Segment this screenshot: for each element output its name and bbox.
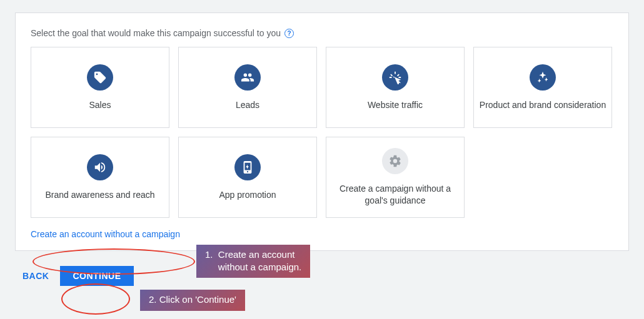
goal-brand-consideration[interactable]: Product and brand consideration xyxy=(473,47,612,128)
tag-icon xyxy=(87,64,113,91)
goal-grid: Sales Leads Website traffic xyxy=(31,47,613,218)
goal-label: Sales xyxy=(89,99,111,111)
people-icon xyxy=(234,64,261,91)
goal-website-traffic[interactable]: Website traffic xyxy=(326,47,465,128)
gear-icon xyxy=(382,148,408,174)
annotation-label-2: 2. Click on 'Continue' xyxy=(140,290,245,311)
goal-no-guidance[interactable]: Create a campaign without a goal's guida… xyxy=(326,137,465,218)
continue-button[interactable]: CONTINUE xyxy=(60,266,133,286)
goal-brand-awareness[interactable]: Brand awareness and reach xyxy=(31,137,169,218)
sparkle-icon xyxy=(530,64,556,91)
goal-label: Product and brand consideration xyxy=(480,99,606,111)
goal-label: Website traffic xyxy=(368,99,423,111)
heading-text: Select the goal that would make this cam… xyxy=(31,28,281,38)
footer-actions: BACK CONTINUE xyxy=(23,266,629,286)
create-account-without-campaign-link[interactable]: Create an account without a campaign xyxy=(31,229,180,239)
goal-app-promotion[interactable]: App promotion xyxy=(178,137,317,218)
goal-label: Leads xyxy=(236,99,259,111)
heading-row: Select the goal that would make this cam… xyxy=(31,28,613,38)
click-icon xyxy=(382,64,408,91)
help-icon[interactable]: ? xyxy=(284,29,294,38)
goal-label: App promotion xyxy=(219,189,276,201)
megaphone-icon xyxy=(87,154,113,180)
goal-sales[interactable]: Sales xyxy=(31,47,169,128)
back-button[interactable]: BACK xyxy=(23,271,49,281)
campaign-goal-card: Select the goal that would make this cam… xyxy=(15,12,629,251)
phone-icon xyxy=(234,154,261,180)
goal-label: Brand awareness and reach xyxy=(45,189,154,201)
goal-leads[interactable]: Leads xyxy=(178,47,317,128)
goal-label: Create a campaign without a goal's guida… xyxy=(331,183,459,207)
annotation-oval-2 xyxy=(61,283,130,315)
